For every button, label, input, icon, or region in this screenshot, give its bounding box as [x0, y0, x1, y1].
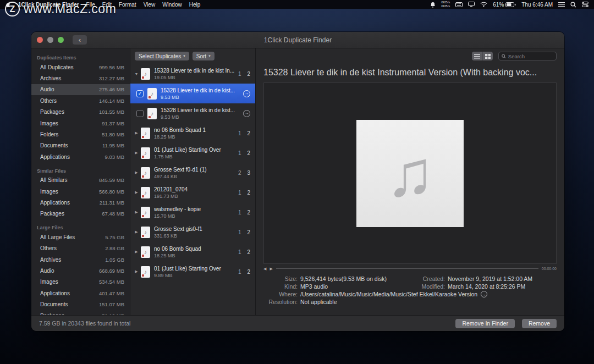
sidebar-item-images[interactable]: Images91.37 MB	[31, 118, 130, 129]
duplicate-counts: 12	[238, 150, 250, 156]
sidebar-item-applications[interactable]: Applications401.47 MB	[31, 288, 130, 299]
sidebar-item-size: 51.80 MB	[102, 131, 124, 137]
sidebar-item-all-duplicates[interactable]: All Duplicates999.56 MB	[31, 62, 130, 73]
sidebar-section-title: Large Files	[31, 223, 130, 231]
sidebar-item-packages[interactable]: Packages101.55 MB	[31, 107, 130, 118]
select-duplicates-dropdown[interactable]: Select Duplicates ▾	[135, 52, 189, 60]
sidebar-item-label: Images	[40, 189, 99, 195]
remove-button[interactable]: Remove	[522, 319, 557, 328]
sidebar-item-packages[interactable]: Packages51.10 MB	[31, 310, 130, 315]
duplicate-group-size: 18.25 MB	[154, 253, 235, 258]
unchecked-checkbox[interactable]	[136, 110, 144, 117]
zoom-window-button[interactable]	[58, 37, 64, 43]
duplicate-group-row[interactable]: ▶♪Grosse Sext gis0-f1331.63 KB12	[130, 222, 255, 242]
expand-triangle-icon[interactable]: ▶	[133, 250, 140, 254]
search-icon	[502, 54, 506, 59]
sidebar-item-audio[interactable]: Audio668.69 MB	[31, 265, 130, 276]
duplicate-group-row[interactable]: ▶♪no 06 Bomb Squad 118.25 MB12	[130, 123, 255, 143]
album-artwork: ♫	[356, 120, 464, 227]
search-input[interactable]	[508, 53, 553, 59]
play-icon[interactable]: ▶	[270, 267, 272, 271]
control-center-icon[interactable]	[582, 2, 588, 7]
menubar-clock[interactable]: Thu 6:46 AM	[521, 2, 553, 8]
sidebar-item-applications[interactable]: Applications9.03 MB	[31, 151, 130, 162]
sidebar-item-archives[interactable]: Archives312.27 MB	[31, 73, 130, 84]
minimize-window-button[interactable]	[47, 37, 53, 43]
close-window-button[interactable]	[37, 37, 43, 43]
traffic-lights	[37, 37, 64, 43]
audio-file-icon: ♪	[141, 167, 150, 179]
duplicate-group-row[interactable]: ▶♪01 (Just Like) Starting Over9.89 MB12	[130, 262, 255, 282]
window-titlebar[interactable]: ‹ 1Click Duplicate Finder	[31, 32, 564, 48]
sidebar-item-folders[interactable]: Folders51.80 MB	[31, 129, 130, 140]
duplicate-group-row[interactable]: ▶♪no 06 Bomb Squad18.25 MB12	[130, 242, 255, 262]
audio-file-icon: ♪	[141, 187, 150, 198]
duplicate-counts: 12	[238, 71, 250, 77]
expand-triangle-icon[interactable]: ▶	[133, 230, 140, 234]
spotlight-search-icon[interactable]	[570, 2, 576, 8]
menu-window[interactable]: Window	[162, 2, 182, 8]
list-menu-icon[interactable]	[558, 2, 565, 7]
sidebar-item-documents[interactable]: Documents11.95 MB	[31, 140, 130, 151]
audio-file-icon: ♪	[147, 108, 157, 119]
duplicate-group-row[interactable]: ▶♪walsmedley - kopie15.70 MB12	[130, 202, 255, 222]
playback-slider[interactable]	[276, 268, 538, 269]
collapse-triangle-icon[interactable]: ▼	[133, 72, 140, 76]
menu-help[interactable]: Help	[189, 2, 201, 8]
expand-triangle-icon[interactable]: ▶	[133, 210, 140, 214]
display-icon[interactable]	[468, 2, 475, 7]
sidebar-item-applications[interactable]: Applications211.31 MB	[31, 197, 130, 208]
sidebar-item-images[interactable]: Images566.80 MB	[31, 186, 130, 197]
sidebar-item-images[interactable]: Images534.54 MB	[31, 277, 130, 288]
view-list-button[interactable]	[472, 52, 482, 60]
expand-triangle-icon[interactable]: ▶	[133, 151, 140, 155]
notification-bell-icon[interactable]	[430, 2, 436, 8]
view-grid-button[interactable]	[482, 52, 493, 60]
duplicate-file-row[interactable]: ✓♪15328 Liever te dik in de kist...9.53 …	[130, 84, 255, 103]
info-value: MP3 audio	[300, 283, 328, 290]
reveal-path-icon[interactable]: →	[481, 291, 487, 297]
duplicate-group-row[interactable]: ▶♪01 (Just Like) Starting Over1.75 MB12	[130, 143, 255, 163]
sidebar-item-label: All Duplicates	[40, 64, 99, 70]
duplicate-file-text: 15328 Liever te dik in de kist...9.53 MB	[161, 87, 240, 100]
sidebar-item-others[interactable]: Others146.14 MB	[31, 95, 130, 106]
battery-indicator[interactable]: 61%	[493, 2, 516, 8]
duplicate-counts: 12	[238, 249, 250, 255]
sidebar-item-archives[interactable]: Archives1.05 GB	[31, 254, 130, 265]
sidebar-item-documents[interactable]: Documents151.07 MB	[31, 299, 130, 310]
duplicate-group-row[interactable]: ▼♪15328 Liever te dik in de kist In...19…	[130, 64, 255, 84]
sidebar-item-label: All Similars	[40, 177, 99, 183]
sidebar-item-all-similars[interactable]: All Similars845.59 MB	[31, 175, 130, 186]
duplicate-file-row[interactable]: ♪15328 Liever te dik in de kist...9.53 M…	[130, 103, 255, 123]
sort-dropdown[interactable]: Sort ▾	[193, 52, 215, 60]
duplicates-list[interactable]: ▼♪15328 Liever te dik in de kist In...19…	[130, 64, 255, 315]
expand-triangle-icon[interactable]: ▶	[133, 131, 140, 135]
duplicate-group-row[interactable]: ▶♪201201_0704191.73 MB12	[130, 183, 255, 202]
reveal-in-finder-icon[interactable]: →	[243, 90, 250, 97]
sidebar-item-audio[interactable]: Audio275.46 MB	[31, 84, 130, 95]
menu-view[interactable]: View	[144, 2, 156, 8]
keyboard-icon[interactable]	[455, 2, 463, 7]
wifi-icon[interactable]	[480, 2, 487, 7]
remove-in-finder-button[interactable]: Remove In Finder	[455, 319, 514, 328]
duplicate-group-row[interactable]: ▶♪Grosse Sext f0-d1 (1)497.44 KB23	[130, 163, 255, 183]
expand-triangle-icon[interactable]: ▶	[133, 190, 140, 195]
sidebar-item-others[interactable]: Others2.88 GB	[31, 242, 130, 253]
selected-count: 1	[238, 269, 241, 275]
step-back-icon[interactable]: ◀	[263, 267, 266, 271]
info-label: Kind:	[263, 283, 298, 290]
expand-triangle-icon[interactable]: ▶	[133, 170, 140, 175]
menu-format[interactable]: Format	[119, 2, 136, 8]
sidebar-item-all-large-files[interactable]: All Large Files5.75 GB	[31, 231, 130, 242]
sidebar-item-size: 566.80 MB	[99, 189, 124, 195]
sidebar: Duplicates ItemsAll Duplicates999.56 MBA…	[31, 48, 130, 315]
search-field[interactable]	[498, 52, 557, 60]
reveal-in-finder-icon[interactable]: →	[243, 110, 250, 117]
sidebar-item-packages[interactable]: Packages67.48 MB	[31, 208, 130, 219]
info-label: Modified:	[416, 283, 445, 290]
checked-checkbox[interactable]: ✓	[136, 90, 144, 97]
duplicate-file-text: 15328 Liever te dik in de kist...9.53 MB	[161, 107, 240, 120]
network-speed-indicator[interactable]: 0KB/s 0KB/s	[441, 1, 450, 8]
back-button[interactable]: ‹	[73, 35, 87, 45]
expand-triangle-icon[interactable]: ▶	[133, 269, 140, 274]
